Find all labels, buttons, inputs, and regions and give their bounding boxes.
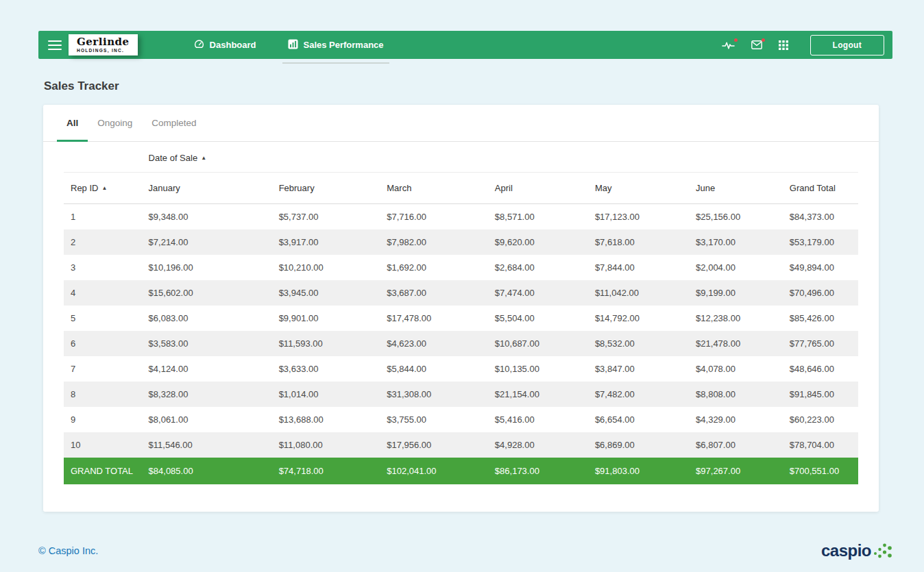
caspio-wordmark: caspio bbox=[821, 543, 871, 559]
table-cell: $8,571.00 bbox=[488, 204, 588, 230]
column-header-rep-id[interactable]: Rep ID▲ bbox=[64, 173, 142, 204]
tab-ongoing[interactable]: Ongoing bbox=[88, 105, 142, 141]
column-header-grand-total[interactable]: Grand Total bbox=[783, 173, 858, 204]
table-cell: $7,482.00 bbox=[588, 382, 689, 407]
table-row: 7$4,124.00$3,633.00$5,844.00$10,135.00$3… bbox=[64, 356, 858, 382]
logout-button[interactable]: Logout bbox=[810, 35, 884, 55]
table-cell: 7 bbox=[64, 356, 142, 382]
notification-dot bbox=[762, 38, 765, 42]
notification-dot bbox=[734, 38, 738, 42]
gauge-icon bbox=[194, 39, 204, 51]
table-cell: $21,154.00 bbox=[488, 382, 588, 407]
table-cell: 8 bbox=[64, 382, 142, 407]
table-cell: $14,792.00 bbox=[588, 306, 689, 331]
column-header-row: Rep ID▲JanuaryFebruaryMarchAprilMayJuneG… bbox=[64, 173, 858, 204]
tab-completed[interactable]: Completed bbox=[142, 105, 206, 141]
grand-total-cell: GRAND TOTAL bbox=[64, 458, 142, 484]
table-cell: $6,654.00 bbox=[588, 407, 689, 432]
table-cell: $8,061.00 bbox=[142, 407, 272, 432]
table-row: 8$8,328.00$1,014.00$31,308.00$21,154.00$… bbox=[64, 382, 858, 407]
table-cell: 4 bbox=[64, 280, 142, 306]
brand-logo[interactable]: Gerlinde HOLDINGS, INC. bbox=[69, 34, 138, 55]
table-cell: $4,124.00 bbox=[142, 356, 272, 382]
table-cell: $1,692.00 bbox=[380, 255, 488, 280]
tab-all[interactable]: All bbox=[57, 105, 88, 141]
hamburger-menu-icon[interactable] bbox=[48, 40, 62, 50]
table-cell: $49,894.00 bbox=[783, 255, 858, 280]
brand-name: Gerlinde bbox=[77, 36, 130, 48]
column-header-june[interactable]: June bbox=[689, 173, 783, 204]
column-header-march[interactable]: March bbox=[380, 173, 488, 204]
table-cell: $7,214.00 bbox=[142, 229, 272, 255]
table-cell: $9,901.00 bbox=[272, 306, 380, 331]
sales-table: Date of Sale▲ Rep ID▲JanuaryFebruaryMarc… bbox=[64, 142, 858, 484]
table-cell: $17,956.00 bbox=[380, 432, 488, 458]
grand-total-cell: $84,085.00 bbox=[142, 458, 272, 484]
column-header-february[interactable]: February bbox=[272, 173, 380, 204]
table-cell: 3 bbox=[64, 255, 142, 280]
table-cell: $5,844.00 bbox=[380, 356, 488, 382]
sort-asc-icon: ▲ bbox=[101, 185, 107, 191]
table-cell: $3,917.00 bbox=[272, 229, 380, 255]
group-header-label: Date of Sale bbox=[149, 153, 198, 163]
column-header-january[interactable]: January bbox=[142, 173, 272, 204]
table-cell: $3,633.00 bbox=[272, 356, 380, 382]
table-cell: $77,765.00 bbox=[783, 331, 858, 356]
table-cell: $7,844.00 bbox=[588, 255, 689, 280]
table-cell: $6,083.00 bbox=[142, 306, 272, 331]
group-header-date-of-sale[interactable]: Date of Sale▲ bbox=[142, 142, 783, 173]
table-cell: $70,496.00 bbox=[783, 280, 858, 306]
table-cell: 6 bbox=[64, 331, 142, 356]
nav-items: Dashboard Sales Performance bbox=[194, 31, 384, 59]
table-cell: $11,080.00 bbox=[272, 432, 380, 458]
table-cell: $12,238.00 bbox=[689, 306, 783, 331]
table-row: 5$6,083.00$9,901.00$17,478.00$5,504.00$1… bbox=[64, 306, 858, 331]
table-cell: $31,308.00 bbox=[380, 382, 488, 407]
table-row: 3$10,196.00$10,210.00$1,692.00$2,684.00$… bbox=[64, 255, 858, 280]
table-cell: $7,716.00 bbox=[380, 204, 488, 230]
grand-total-cell: $97,267.00 bbox=[689, 458, 783, 484]
table-cell: $2,684.00 bbox=[488, 255, 588, 280]
column-header-april[interactable]: April bbox=[488, 173, 588, 204]
table-cell: $2,004.00 bbox=[689, 255, 783, 280]
table-cell: $60,223.00 bbox=[783, 407, 858, 432]
table-cell: $10,687.00 bbox=[488, 331, 588, 356]
mail-icon[interactable] bbox=[751, 40, 762, 49]
table-cell: $10,210.00 bbox=[272, 255, 380, 280]
table-container: Date of Sale▲ Rep ID▲JanuaryFebruaryMarc… bbox=[43, 142, 879, 484]
table-cell: $7,982.00 bbox=[380, 229, 488, 255]
table-cell: 2 bbox=[64, 229, 142, 255]
table-cell: 9 bbox=[64, 407, 142, 432]
grand-total-row: GRAND TOTAL$84,085.00$74,718.00$102,041.… bbox=[64, 458, 858, 484]
page-title: Sales Tracker bbox=[44, 79, 892, 93]
nav-item-sales-performance[interactable]: Sales Performance bbox=[288, 31, 384, 59]
table-row: 6$3,583.00$11,593.00$4,623.00$10,687.00$… bbox=[64, 331, 858, 356]
table-cell: $11,593.00 bbox=[272, 331, 380, 356]
table-row: 2$7,214.00$3,917.00$7,982.00$9,620.00$7,… bbox=[64, 229, 858, 255]
nav-item-label: Sales Performance bbox=[304, 40, 384, 50]
caspio-mark-icon bbox=[873, 539, 892, 562]
table-cell: $6,807.00 bbox=[689, 432, 783, 458]
bar-chart-icon bbox=[288, 39, 298, 51]
table-cell: $85,426.00 bbox=[783, 306, 858, 331]
column-header-may[interactable]: May bbox=[588, 173, 689, 204]
table-cell: $4,623.00 bbox=[380, 331, 488, 356]
apps-grid-icon[interactable] bbox=[779, 40, 788, 50]
table-cell: $1,014.00 bbox=[272, 382, 380, 407]
table-cell: $5,737.00 bbox=[272, 204, 380, 230]
table-cell: 1 bbox=[64, 204, 142, 230]
nav-item-dashboard[interactable]: Dashboard bbox=[194, 31, 256, 59]
table-cell: $3,583.00 bbox=[142, 331, 272, 356]
table-cell: $3,170.00 bbox=[689, 229, 783, 255]
table-cell: $48,646.00 bbox=[783, 356, 858, 382]
table-cell: $7,618.00 bbox=[588, 229, 689, 255]
activity-icon[interactable] bbox=[722, 40, 735, 50]
empty-header-cell bbox=[783, 142, 858, 173]
table-cell: $9,348.00 bbox=[142, 204, 272, 230]
content-card: AllOngoingCompleted Date of Sale▲ Rep ID bbox=[43, 105, 879, 512]
footer-copyright-link[interactable]: © Caspio Inc. bbox=[38, 545, 98, 556]
table-cell: $11,042.00 bbox=[588, 280, 689, 306]
table-cell: $3,945.00 bbox=[272, 280, 380, 306]
table-cell: $4,329.00 bbox=[689, 407, 783, 432]
table-cell: $53,179.00 bbox=[783, 229, 858, 255]
